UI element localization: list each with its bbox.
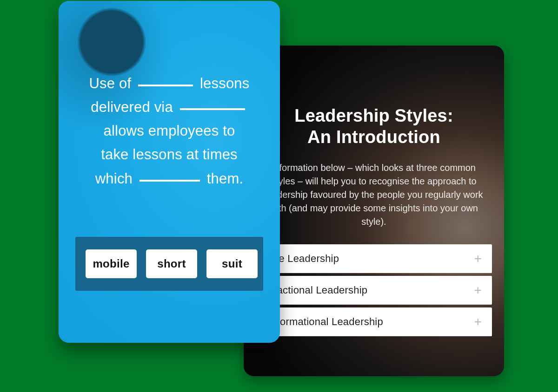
leadership-accordion: sive Leadership + nsactional Leadership …: [256, 244, 492, 339]
plus-icon: +: [474, 252, 482, 265]
answer-options: mobile short suit: [75, 237, 263, 291]
blank-slot-3[interactable]: [140, 180, 200, 182]
prompt-text: allows employees to: [104, 123, 235, 139]
prompt-text: Use of: [89, 75, 132, 91]
accordion-label: nsactional Leadership: [266, 284, 367, 296]
leadership-description: information below – which looks at three…: [262, 161, 485, 229]
option-chip-mobile[interactable]: mobile: [86, 249, 137, 278]
accordion-label: nsformational Leadership: [266, 316, 383, 328]
blank-slot-2[interactable]: [180, 108, 245, 110]
option-chip-suit[interactable]: suit: [206, 249, 258, 278]
fill-blank-prompt: Use of lessons delivered via allows empl…: [77, 72, 261, 190]
accordion-item[interactable]: nsformational Leadership +: [256, 307, 492, 336]
prompt-text: delivered via: [91, 99, 173, 115]
prompt-text: take lessons at times: [101, 146, 238, 163]
fill-blank-card: Use of lessons delivered via allows empl…: [59, 1, 280, 343]
blank-slot-1[interactable]: [138, 85, 193, 86]
accordion-item[interactable]: sive Leadership +: [256, 244, 492, 273]
prompt-text: them.: [207, 170, 244, 187]
plus-icon: +: [474, 315, 482, 328]
leadership-title: Leadership Styles: An Introduction: [259, 105, 488, 148]
prompt-text: which: [95, 170, 133, 187]
plus-icon: +: [474, 284, 482, 297]
accordion-item[interactable]: nsactional Leadership +: [256, 276, 492, 305]
prompt-text: lessons: [200, 75, 250, 91]
option-chip-short[interactable]: short: [146, 249, 197, 278]
leadership-card: Leadership Styles: An Introduction infor…: [244, 46, 504, 376]
title-line-1: Leadership Styles:: [294, 106, 453, 125]
title-line-2: An Introduction: [307, 127, 440, 147]
